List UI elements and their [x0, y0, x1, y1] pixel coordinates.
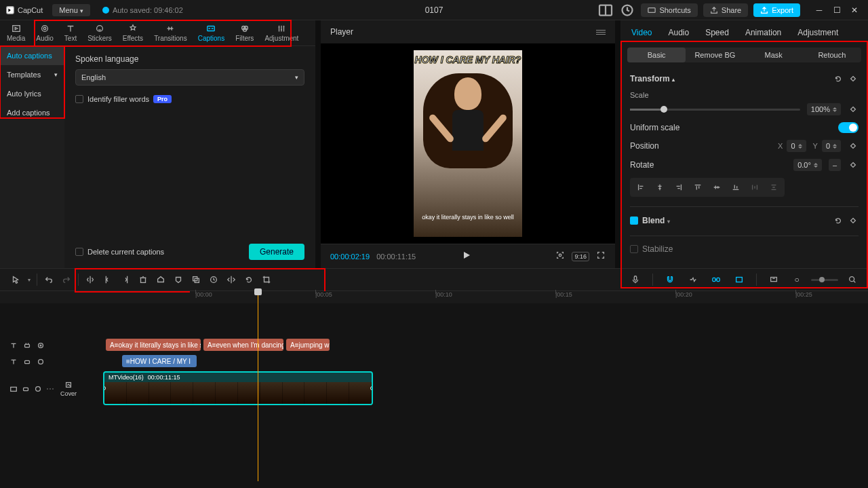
delete-captions-checkbox[interactable] [75, 248, 83, 256]
subtab-removebg[interactable]: Remove BG [686, 48, 744, 62]
uniform-scale-toggle[interactable] [838, 122, 859, 133]
insp-tab-audio[interactable]: Audio [660, 20, 697, 45]
video-track[interactable]: MTVideo(16)00:00:11:15 [95, 370, 868, 408]
player-menu-icon[interactable] [596, 30, 606, 35]
rotate-dash[interactable]: – [829, 159, 841, 171]
tab-adjustment[interactable]: Adjustment [259, 20, 304, 46]
spoken-language-select[interactable]: English ▾ [75, 69, 304, 86]
playhead[interactable] [258, 291, 258, 481]
caption-clip[interactable]: A≡ okay it literally stays in like s [106, 339, 201, 351]
position-y-input[interactable]: 0 [822, 140, 841, 152]
scan-icon[interactable] [555, 250, 565, 262]
undo-button[interactable] [40, 271, 58, 288]
shortcuts-button[interactable]: Shortcuts [641, 3, 697, 17]
history-icon[interactable] [619, 2, 635, 18]
tab-filters[interactable]: Filters [230, 20, 259, 46]
layout-icon[interactable] [597, 2, 614, 18]
play-button[interactable] [461, 250, 472, 263]
align-hcenter[interactable] [652, 181, 668, 194]
minimize-button[interactable]: ─ [811, 2, 827, 18]
aspect-ratio-badge[interactable]: 9:16 [572, 252, 589, 261]
cutout-tool[interactable] [152, 271, 170, 288]
align-top[interactable] [690, 181, 706, 194]
title-clip[interactable]: ≡ HOW I CARE / MY I [122, 355, 197, 367]
blend-keyframe-icon[interactable] [848, 215, 859, 226]
snap-icon[interactable] [684, 271, 702, 288]
align-right[interactable] [671, 181, 687, 194]
trim-right-tool[interactable] [117, 271, 134, 288]
mask-tool[interactable] [170, 271, 187, 288]
scale-keyframe-icon[interactable] [848, 104, 859, 115]
subtab-mask[interactable]: Mask [745, 48, 803, 62]
sidebar-auto-lyrics[interactable]: Auto lyrics [0, 84, 64, 103]
align-dist-h[interactable] [747, 181, 763, 194]
tab-captions[interactable]: Captions [193, 20, 230, 46]
align-left[interactable] [633, 181, 649, 194]
preview-icon[interactable] [730, 271, 748, 288]
keyframe-icon[interactable] [848, 73, 859, 84]
zoom-in-icon[interactable] [844, 271, 861, 288]
title-track[interactable]: ≡ HOW I CARE / MY I [95, 354, 868, 370]
align-vcenter[interactable] [709, 181, 725, 194]
close-button[interactable]: ✕ [846, 2, 863, 18]
video-clip[interactable]: MTVideo(16)00:00:11:15 [103, 371, 373, 405]
subtab-retouch[interactable]: Retouch [803, 48, 861, 62]
pointer-dropdown[interactable]: ▾ [24, 271, 34, 288]
mic-icon[interactable] [627, 271, 644, 288]
video-track-head[interactable]: ⋯ Cover [0, 381, 95, 397]
timeline-ruler[interactable]: |00:00 |00:05 |00:10 |00:15 |00:20 |00:2… [190, 291, 868, 303]
mirror-tool[interactable] [222, 271, 240, 288]
fullscreen-icon[interactable] [596, 250, 606, 262]
crop-tool[interactable] [258, 271, 275, 288]
trim-left-tool[interactable] [99, 271, 117, 288]
export-button[interactable]: Export [753, 3, 800, 17]
align-dist-v[interactable] [766, 181, 782, 194]
rotate-input[interactable]: 0.0° [793, 159, 822, 171]
scale-value[interactable]: 100% [807, 103, 841, 115]
zoom-slider[interactable] [811, 279, 838, 281]
cover-button[interactable]: Cover [58, 381, 79, 397]
rotate-tool[interactable] [240, 271, 258, 288]
sidebar-templates[interactable]: Templates▾ [0, 65, 64, 84]
tab-stickers[interactable]: Stickers [82, 20, 117, 46]
tab-media[interactable]: Media [1, 20, 31, 46]
maximize-button[interactable]: ☐ [829, 2, 845, 18]
reverse-tool[interactable] [205, 271, 222, 288]
insp-tab-speed[interactable]: Speed [697, 20, 737, 45]
insp-tab-adjustment[interactable]: Adjustment [789, 20, 846, 45]
redo-button[interactable] [58, 271, 75, 288]
caption-clip[interactable]: A≡ jumping wh [286, 339, 330, 351]
insp-tab-animation[interactable]: Animation [737, 20, 789, 45]
preview-canvas[interactable]: HOW I CARE MY HAIR? okay it literally st… [321, 43, 615, 244]
scale-slider[interactable] [630, 109, 800, 111]
marker-icon[interactable] [765, 271, 783, 288]
split-tool[interactable] [81, 271, 99, 288]
caption-track[interactable]: A≡ okay it literally stays in like s A≡ … [95, 337, 868, 354]
blend-reset-icon[interactable] [833, 215, 844, 226]
sidebar-add-captions[interactable]: Add captions [0, 103, 64, 122]
position-keyframe-icon[interactable] [848, 140, 859, 151]
caption-track-head[interactable] [0, 341, 95, 350]
position-x-input[interactable]: 0 [787, 140, 806, 152]
tab-text[interactable]: Text [59, 20, 82, 46]
caption-clip[interactable]: A≡ even when I'm dancing [203, 339, 283, 351]
share-button[interactable]: Share [703, 3, 748, 17]
subtab-basic[interactable]: Basic [627, 48, 686, 62]
insp-tab-video[interactable]: Video [623, 20, 660, 45]
tab-effects[interactable]: Effects [117, 20, 149, 46]
zoom-out-icon[interactable]: ○ [788, 271, 806, 288]
link-icon[interactable] [707, 271, 725, 288]
filler-words-checkbox[interactable] [75, 95, 83, 103]
generate-button[interactable]: Generate [249, 244, 304, 260]
magnet-main-icon[interactable] [661, 271, 679, 288]
tab-transitions[interactable]: Transitions [149, 20, 193, 46]
blend-checkbox[interactable] [630, 217, 638, 225]
title-track-head[interactable] [0, 358, 95, 366]
stabilize-checkbox[interactable] [630, 245, 638, 253]
pointer-tool[interactable] [7, 271, 24, 288]
reset-icon[interactable] [833, 73, 844, 84]
delete-tool[interactable] [134, 271, 152, 288]
sidebar-auto-captions[interactable]: Auto captions [0, 46, 64, 65]
tab-audio[interactable]: Audio [31, 20, 59, 46]
rotate-keyframe-icon[interactable] [848, 159, 859, 170]
